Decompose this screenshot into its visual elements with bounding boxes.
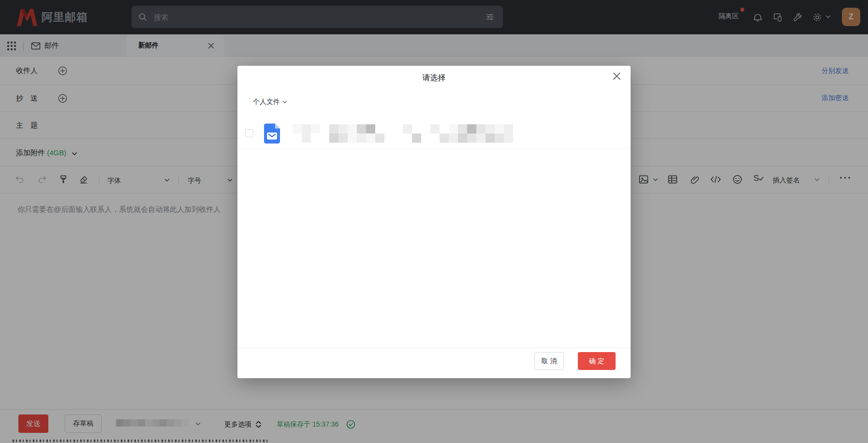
redacted-file-name xyxy=(293,124,513,143)
file-list-item[interactable] xyxy=(237,119,631,148)
folder-select-label: 个人文件 xyxy=(253,98,280,106)
file-checkbox[interactable] xyxy=(245,129,253,137)
app-window: 阿里邮箱 隔离区 xyxy=(0,0,868,443)
confirm-button[interactable]: 确 定 xyxy=(578,352,616,370)
dialog-title: 请选择 xyxy=(237,73,631,83)
dialog-close-icon[interactable] xyxy=(613,72,621,80)
dialog-footer-divider xyxy=(237,348,631,348)
file-picker-dialog: 请选择 个人文件 取 消 确 定 xyxy=(237,66,631,378)
eml-file-icon xyxy=(264,123,280,144)
cancel-button[interactable]: 取 消 xyxy=(534,352,564,370)
folder-chevron-down-icon xyxy=(282,101,287,104)
folder-select[interactable]: 个人文件 xyxy=(253,98,287,106)
